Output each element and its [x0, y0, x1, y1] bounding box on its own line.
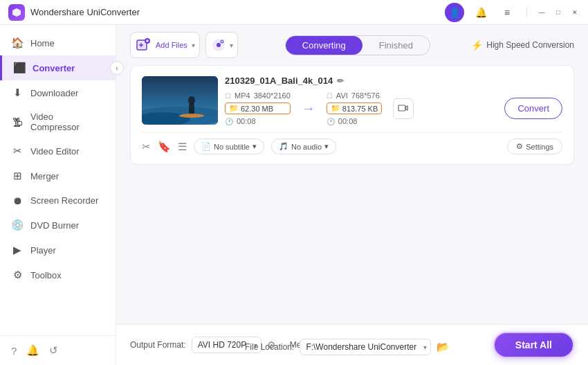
list-icon[interactable]: ☰ — [178, 141, 187, 153]
lightning-icon: ⚡ — [471, 39, 483, 51]
video-thumbnail — [142, 76, 218, 125]
maximize-button[interactable]: □ — [553, 8, 563, 17]
toolbox-icon: ⚙ — [11, 269, 24, 281]
target-duration-line: 🕐 00:08 — [327, 117, 382, 125]
sidebar-item-home[interactable]: 🏠 Home — [0, 30, 116, 55]
high-speed-label: High Speed Conversion — [486, 40, 574, 50]
menu-icon[interactable]: ≡ — [497, 3, 517, 22]
folder-open-icon[interactable]: 📂 — [437, 341, 450, 353]
app-logo — [8, 4, 25, 21]
close-button[interactable]: ✕ — [570, 8, 580, 17]
target-size: 813.75 KB — [342, 105, 378, 113]
notification-icon[interactable]: 🔔 — [471, 3, 490, 22]
subtitle-icon: 📄 — [201, 142, 211, 151]
sidebar-item-video-compressor[interactable]: 🗜 Video Compressor — [0, 105, 116, 139]
settings-gear-icon: ⚙ — [516, 142, 523, 151]
minimize-button[interactable]: — — [537, 8, 546, 17]
sidebar-label-downloader: Downloader — [30, 88, 78, 98]
video-controls: ✂ 🔖 ☰ 📄 No subtitle ▾ 🎵 No audio ▾ — [142, 132, 562, 154]
source-info: ☐ MP4 3840*2160 📁 62.30 MB 🕐 — [225, 91, 291, 125]
source-size: 62.30 MB — [241, 105, 273, 113]
downloader-icon: ⬇ — [11, 87, 24, 99]
sidebar-collapse-button[interactable]: ‹ — [110, 61, 124, 75]
content-area: 210329_01A_Bali_4k_014 ✏ ☐ MP4 3840*2160 — [116, 65, 588, 324]
settings-button[interactable]: ⚙ Settings — [507, 139, 562, 154]
add-files-button[interactable]: Add Files ▾ — [130, 32, 200, 58]
camera-dropdown-icon[interactable]: ▾ — [228, 42, 235, 49]
help-icon[interactable]: ? — [11, 345, 17, 357]
source-format-line: ☐ MP4 3840*2160 — [225, 91, 291, 100]
sidebar-item-dvd-burner[interactable]: 💿 DVD Burner — [0, 213, 116, 238]
source-folder-icon: 📁 — [229, 104, 239, 113]
svg-point-15 — [188, 96, 195, 105]
sidebar-label-home: Home — [30, 38, 55, 48]
target-info: ☐ AVI 768*576 📁 813.75 KB 🕐 — [327, 91, 382, 125]
sidebar-item-screen-recorder[interactable]: ⏺ Screen Recorder — [0, 188, 116, 213]
target-duration: 00:08 — [338, 117, 358, 125]
sidebar-item-video-editor[interactable]: ✂ Video Editor — [0, 139, 116, 163]
sidebar-item-downloader[interactable]: ⬇ Downloader — [0, 80, 116, 105]
target-size-badge: 📁 813.75 KB — [327, 103, 382, 114]
source-resolution: 3840*2160 — [254, 91, 291, 100]
video-filename: 210329_01A_Bali_4k_014 ✏ — [225, 75, 562, 86]
sidebar-item-toolbox[interactable]: ⚙ Toolbox — [0, 262, 116, 287]
high-speed-conversion: ⚡ High Speed Conversion — [471, 39, 574, 51]
compressor-icon: 🗜 — [11, 116, 24, 128]
editor-icon: ✂ — [11, 145, 24, 157]
thumb-svg — [142, 76, 218, 125]
bookmark-icon[interactable]: 🔖 — [158, 141, 171, 153]
sidebar-item-converter[interactable]: ⬛ Converter ‹ — [0, 55, 116, 80]
file-location-select[interactable]: F:\Wondershare UniConverter — [300, 339, 431, 355]
start-all-button[interactable]: Start All — [493, 332, 574, 358]
target-folder-icon: 📁 — [331, 104, 340, 113]
source-format: MP4 — [235, 91, 250, 100]
divider — [526, 8, 527, 17]
target-clock-icon: 🕐 — [327, 118, 335, 125]
media-edit-button[interactable] — [393, 98, 414, 119]
camera-icon — [209, 35, 228, 55]
video-meta-row: ☐ MP4 3840*2160 📁 62.30 MB 🕐 — [225, 91, 562, 125]
add-more-button[interactable]: ▾ — [205, 32, 238, 58]
dvd-icon: 💿 — [11, 219, 24, 231]
tab-converting[interactable]: Converting — [286, 36, 362, 55]
top-toolbar: Add Files ▾ ▾ Converting — [116, 25, 588, 65]
settings-label: Settings — [526, 143, 553, 151]
target-resolution: 768*576 — [351, 91, 380, 100]
alert-icon[interactable]: 🔔 — [26, 344, 39, 357]
video-card: 210329_01A_Bali_4k_014 ✏ ☐ MP4 3840*2160 — [130, 65, 574, 165]
add-files-dropdown-icon[interactable]: ▾ — [190, 42, 196, 49]
sidebar-label-toolbox: Toolbox — [30, 270, 62, 281]
recorder-icon: ⏺ — [11, 195, 24, 206]
convert-arrow-icon: → — [302, 100, 315, 116]
tab-finished[interactable]: Finished — [362, 36, 430, 55]
source-clock-icon: 🕐 — [225, 118, 233, 125]
source-duration: 00:08 — [237, 117, 256, 125]
svg-rect-18 — [398, 105, 405, 111]
file-location-select-wrap: F:\Wondershare UniConverter — [300, 339, 431, 355]
target-format-line: ☐ AVI 768*576 — [327, 91, 382, 100]
main-content: Add Files ▾ ▾ Converting — [116, 25, 588, 365]
app-title: Wondershare UniConverter — [30, 7, 445, 17]
tab-group: Converting Finished — [285, 35, 430, 55]
filename-text: 210329_01A_Bali_4k_014 — [225, 75, 333, 86]
audio-select[interactable]: 🎵 No audio ▾ — [271, 139, 336, 154]
app-body: 🏠 Home ⬛ Converter ‹ ⬇ Downloader 🗜 Vide… — [0, 25, 588, 365]
source-size-badge: 📁 62.30 MB — [225, 103, 291, 114]
sidebar-item-player[interactable]: ▶ Player — [0, 238, 116, 262]
sidebar-label-merger: Merger — [30, 171, 59, 181]
target-format: AVI — [336, 91, 348, 100]
add-files-label: Add Files — [153, 41, 190, 49]
refresh-icon[interactable]: ↺ — [49, 344, 58, 357]
convert-button[interactable]: Convert — [504, 98, 562, 119]
edit-filename-icon[interactable]: ✏ — [337, 76, 344, 86]
add-files-icon — [134, 35, 153, 55]
cut-icon[interactable]: ✂ — [142, 141, 151, 153]
user-icon[interactable]: 👤 — [445, 3, 464, 22]
titlebar-controls: 👤 🔔 ≡ — □ ✕ — [445, 3, 580, 22]
audio-value: No audio — [291, 143, 322, 151]
svg-point-8 — [217, 43, 221, 47]
subtitle-select[interactable]: 📄 No subtitle ▾ — [194, 139, 264, 154]
output-format-label: Output Format: — [130, 340, 186, 350]
sidebar-item-merger[interactable]: ⊞ Merger — [0, 163, 116, 188]
sidebar-label-compressor: Video Compressor — [30, 112, 104, 132]
